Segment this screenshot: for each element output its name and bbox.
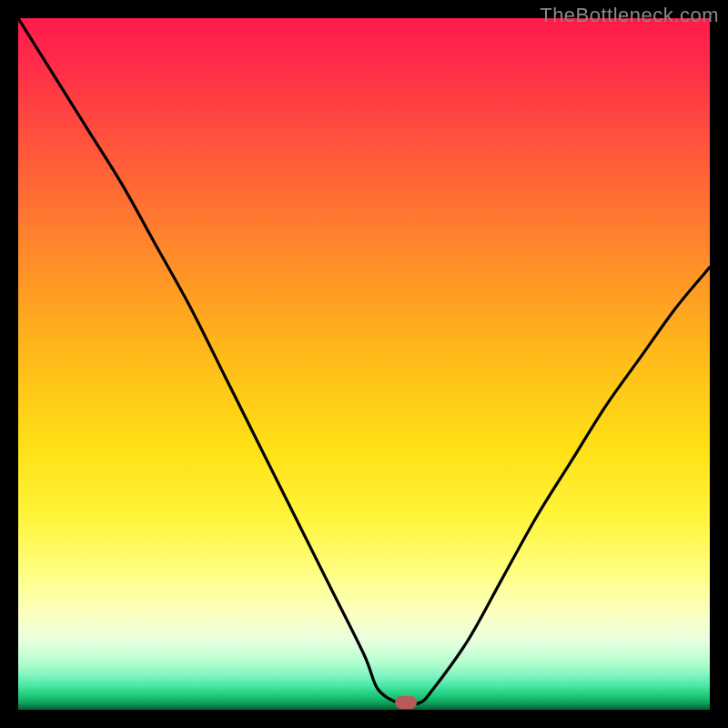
curve-path	[18, 18, 710, 704]
optimal-marker	[395, 696, 417, 709]
plot-area	[18, 18, 710, 710]
chart-container: TheBottleneck.com	[0, 0, 728, 728]
bottleneck-curve	[18, 18, 710, 710]
watermark-text: TheBottleneck.com	[540, 4, 719, 27]
